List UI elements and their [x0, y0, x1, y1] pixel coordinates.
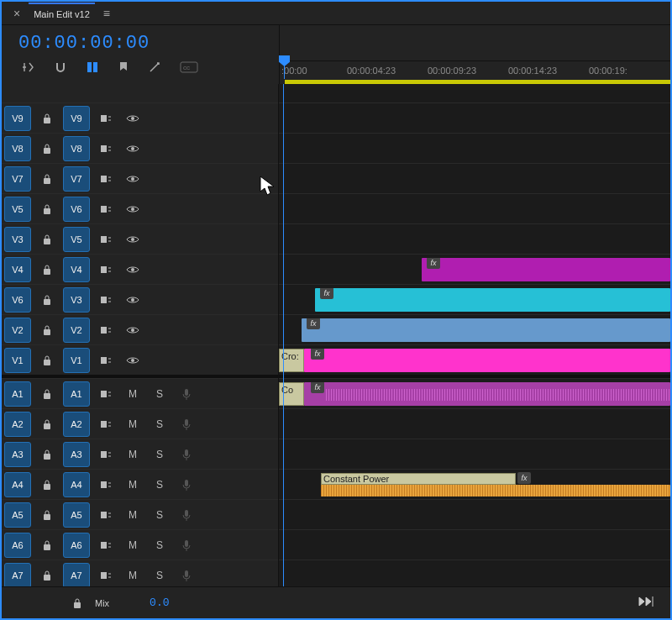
- sync-lock-icon[interactable]: [95, 474, 117, 496]
- toggle-output-icon[interactable]: [122, 259, 144, 281]
- source-patch[interactable]: V5: [4, 197, 31, 222]
- track-target[interactable]: A5: [63, 502, 90, 528]
- source-patch[interactable]: V8: [4, 136, 31, 161]
- fx-badge-icon[interactable]: fx: [427, 258, 440, 269]
- video-clip[interactable]: fx: [304, 349, 670, 372]
- source-patch[interactable]: A7: [4, 563, 31, 587]
- track-target[interactable]: A2: [63, 412, 90, 437]
- solo-button[interactable]: S: [149, 474, 171, 496]
- sync-lock-icon[interactable]: [95, 289, 117, 311]
- lock-icon[interactable]: [36, 444, 58, 465]
- mix-level-value[interactable]: 0.0: [150, 596, 169, 609]
- lock-icon[interactable]: [36, 289, 58, 311]
- marker-icon[interactable]: [118, 60, 129, 77]
- toggle-output-icon[interactable]: [122, 168, 144, 190]
- audio-transition-label[interactable]: Constant Power: [321, 473, 516, 485]
- linked-selection-icon[interactable]: [86, 60, 99, 77]
- track-target[interactable]: V5: [63, 227, 90, 252]
- timeline-canvas[interactable]: fx fx fx Cro: fx: [279, 84, 670, 586]
- source-patch[interactable]: V2: [4, 318, 31, 343]
- lock-icon[interactable]: [36, 319, 58, 341]
- track-target[interactable]: A1: [63, 381, 90, 407]
- snap-icon[interactable]: [54, 60, 67, 77]
- settings-icon[interactable]: [148, 60, 161, 77]
- lock-icon[interactable]: [36, 534, 58, 556]
- source-patch[interactable]: V6: [4, 287, 31, 313]
- solo-button[interactable]: S: [149, 534, 171, 556]
- source-patch[interactable]: A4: [4, 472, 31, 497]
- track-target[interactable]: V6: [63, 197, 90, 222]
- track-target[interactable]: A3: [63, 442, 90, 467]
- voiceover-icon[interactable]: [176, 504, 197, 526]
- lock-icon[interactable]: [36, 349, 58, 371]
- sync-lock-icon[interactable]: [95, 444, 117, 465]
- voiceover-icon[interactable]: [176, 565, 197, 586]
- source-patch[interactable]: V4: [4, 257, 31, 282]
- track-target[interactable]: V1: [63, 348, 90, 373]
- sync-lock-icon[interactable]: [95, 168, 117, 190]
- source-patch[interactable]: V1: [4, 348, 31, 373]
- toggle-output-icon[interactable]: [122, 289, 144, 311]
- lock-icon[interactable]: [36, 259, 58, 281]
- solo-button[interactable]: S: [149, 383, 171, 405]
- insert-overwrite-icon[interactable]: [22, 61, 35, 76]
- sync-lock-icon[interactable]: [95, 534, 117, 556]
- audio-clip[interactable]: [321, 485, 670, 497]
- sync-lock-icon[interactable]: [95, 138, 117, 160]
- source-patch[interactable]: A5: [4, 502, 31, 528]
- voiceover-icon[interactable]: [176, 383, 197, 405]
- lock-icon[interactable]: [36, 504, 58, 526]
- toggle-output-icon[interactable]: [122, 198, 144, 220]
- track-target[interactable]: V4: [63, 257, 90, 282]
- sync-lock-icon[interactable]: [95, 259, 117, 281]
- fx-badge-icon[interactable]: fx: [517, 472, 531, 484]
- lock-icon[interactable]: [36, 474, 58, 496]
- lock-icon[interactable]: [66, 592, 88, 614]
- lock-icon[interactable]: [36, 138, 58, 160]
- lock-icon[interactable]: [36, 229, 58, 250]
- mute-button[interactable]: M: [122, 444, 144, 465]
- track-target[interactable]: V7: [63, 166, 90, 192]
- fx-badge-icon[interactable]: fx: [311, 382, 324, 393]
- sync-lock-icon[interactable]: [95, 349, 117, 371]
- playhead[interactable]: [283, 84, 284, 586]
- source-patch[interactable]: A2: [4, 412, 31, 437]
- sync-lock-icon[interactable]: [95, 319, 117, 341]
- source-patch[interactable]: V7: [4, 166, 31, 192]
- sync-lock-icon[interactable]: [95, 413, 117, 435]
- track-target[interactable]: A7: [63, 563, 90, 587]
- mute-button[interactable]: M: [122, 413, 144, 435]
- sequence-tab[interactable]: Main Edit v12: [29, 3, 95, 24]
- source-patch[interactable]: V3: [4, 227, 31, 252]
- source-patch[interactable]: A6: [4, 533, 31, 558]
- toggle-output-icon[interactable]: [122, 229, 144, 250]
- timecode-display[interactable]: 00:00:00:00: [18, 33, 279, 54]
- solo-button[interactable]: S: [149, 504, 171, 526]
- playhead-indicator[interactable]: [284, 62, 285, 79]
- fx-badge-icon[interactable]: fx: [307, 318, 320, 329]
- toggle-output-icon[interactable]: [122, 349, 144, 371]
- close-panel-icon[interactable]: ×: [5, 7, 29, 20]
- mute-button[interactable]: M: [122, 474, 144, 496]
- track-target[interactable]: A4: [63, 472, 90, 497]
- lock-icon[interactable]: [36, 198, 58, 220]
- fx-badge-icon[interactable]: fx: [311, 349, 324, 360]
- lock-icon[interactable]: [36, 168, 58, 190]
- sync-lock-icon[interactable]: [95, 198, 117, 220]
- toggle-output-icon[interactable]: [122, 319, 144, 341]
- toggle-output-icon[interactable]: [122, 138, 144, 160]
- panel-menu-icon[interactable]: ≡: [95, 7, 118, 20]
- solo-button[interactable]: S: [149, 444, 171, 465]
- voiceover-icon[interactable]: [176, 474, 197, 496]
- mute-button[interactable]: M: [122, 383, 144, 405]
- lock-icon[interactable]: [36, 108, 58, 129]
- video-clip[interactable]: fx: [302, 318, 670, 342]
- mute-button[interactable]: M: [122, 534, 144, 556]
- sync-lock-icon[interactable]: [95, 108, 117, 129]
- track-target[interactable]: V3: [63, 287, 90, 313]
- source-patch[interactable]: V9: [4, 106, 31, 131]
- sync-lock-icon[interactable]: [95, 383, 117, 405]
- track-target[interactable]: V8: [63, 136, 90, 161]
- track-target[interactable]: V2: [63, 318, 90, 343]
- sync-lock-icon[interactable]: [95, 229, 117, 250]
